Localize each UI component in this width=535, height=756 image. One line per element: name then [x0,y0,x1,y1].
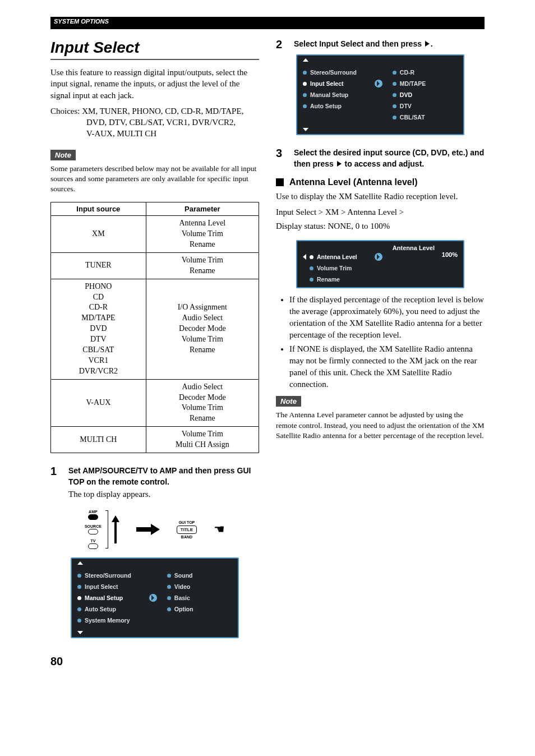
left-column: Input Select Use this feature to reassig… [50,39,259,638]
cell-source: MULTI CH [51,427,146,453]
arrow-right-icon [136,524,160,535]
cell-source: TUNER [51,252,146,279]
cell-param: Audio SelectDecoder ModeVolume TrimRenam… [146,379,259,427]
choices-line2: DVD, DTV, CBL/SAT, VCR1, DVR/VCR2, [50,117,259,128]
remote-switch-diagram: AMP SOURCE TV [85,510,119,549]
osd3-right-title: Antenna Level [393,245,458,251]
step-1-number: 1 [50,465,61,477]
osd1-left-item: Input Select [85,583,118,590]
arrow-up-icon [112,515,119,543]
osd3-left-item: Rename [317,276,340,283]
triangle-right-icon [337,161,342,167]
scroll-up-icon [303,58,308,62]
antenna-desc: Use to display the XM Satellite Radio re… [276,191,485,202]
osd2-right-item: CBL/SAT [400,114,425,121]
chevron-right-icon [375,80,382,87]
osd1-right-item: Video [174,583,190,590]
th-source: Input source [51,202,146,216]
tv-pill-icon [88,543,98,549]
osd3-left-item: Volume Trim [317,265,352,271]
bullet-list: If the displayed percentage of the recep… [276,294,485,390]
step-2-title: Select Input Select and then press . [294,39,485,50]
bullet-item: If the displayed percentage of the recep… [289,294,485,341]
osd2-left-item-selected: Input Select [310,80,344,87]
gui-top-label: GUI TOP [177,520,197,524]
osd1-right-item: Basic [174,594,190,601]
step-2: 2 Select Input Select and then press . [276,39,485,50]
osd2-right-item: CD-R [400,69,414,76]
header-bar: SYSTEM OPTIONS [50,17,485,27]
osd1-left-item-selected: Manual Setup [85,594,123,601]
note-label-2: Note [276,396,301,407]
choices-line3: V-AUX, MULTI CH [50,128,259,139]
cell-source: XM [51,216,146,253]
osd3-right-value: 100% [393,251,458,258]
bracket-icon [105,510,108,548]
note-label: Note [50,150,76,160]
parameter-table: Input source Parameter XM Antenna LevelV… [50,202,259,453]
step-3-title: Select the desired input source (CD, DVD… [294,147,485,169]
osd-screenshot-1: Stereo/Surround Input Select Manual Setu… [71,557,239,638]
table-row: PHONOCDCD-RMD/TAPEDVDDTVCBL/SATVCR1DVR/V… [51,279,259,379]
table-row: MULTI CH Volume TrimMulti CH Assign [51,427,259,453]
table-row: TUNER Volume TrimRename [51,252,259,279]
antenna-path-2: Display status: NONE, 0 to 100% [276,220,485,232]
osd1-left-item: System Memory [85,617,130,624]
note-text-2: The Antenna Level parameter cannot be ad… [276,410,485,441]
source-pill-icon [88,529,98,534]
scroll-down-icon [77,631,83,634]
step-3: 3 Select the desired input source (CD, D… [276,147,485,169]
chevron-right-icon [375,253,382,261]
cell-param: Antenna LevelVolume TrimRename [146,216,259,253]
triangle-right-icon [425,41,430,47]
cell-source: V-AUX [51,379,146,427]
amp-pill-icon [88,514,98,520]
osd2-left-item: Auto Setup [310,103,342,109]
intro-text: Use this feature to reassign digital inp… [50,67,259,101]
antenna-path-1: Input Select > XM > Antenna Level > [276,206,485,218]
page-number: 80 [50,655,485,668]
osd1-right-item: Sound [174,572,193,579]
step-1: 1 Set AMP/SOURCE/TV to AMP and then pres… [50,465,259,499]
step-3-number: 3 [276,147,286,159]
content-columns: Input Select Use this feature to reassig… [50,39,485,638]
triangle-left-icon [303,254,306,260]
header-section-label: SYSTEM OPTIONS [54,18,109,25]
osd2-right-item: MD/TAPE [400,80,426,87]
section-title: Input Select [50,39,259,60]
table-row: XM Antenna LevelVolume TrimRename [51,216,259,253]
remote-label-tv: TV [85,539,102,549]
osd2-right-item: DTV [400,103,412,109]
right-column: 2 Select Input Select and then press . S… [276,39,485,638]
osd3-left-item-selected: Antenna Level [317,253,357,260]
cell-param: Volume TrimRename [146,252,259,279]
title-button-icon: TITLE [177,525,197,534]
osd2-left-item: Stereo/Surround [310,69,357,76]
choices-block: Choices: XM, TUNER, PHONO, CD, CD-R, MD/… [50,105,259,140]
choices-label: Choices: [50,107,80,116]
step-2-number: 2 [276,39,286,50]
step-1-title: Set AMP/SOURCE/TV to AMP and then press … [68,465,259,487]
step-1-sub: The top display appears. [68,490,259,499]
cell-param: Volume TrimMulti CH Assign [146,427,259,453]
osd-screenshot-2: Stereo/Surround Input Select Manual Setu… [296,54,464,135]
osd2-left-item: Manual Setup [310,91,348,98]
square-bullet-icon [276,178,284,186]
antenna-level-heading: Antenna Level (Antenna level) [276,177,485,187]
band-label: BAND [177,535,197,539]
remote-diagram: AMP SOURCE TV GUI TOP TITLE BAND ☚ [50,507,259,552]
note-text: Some parameters described below may not … [50,164,259,195]
th-param: Parameter [146,202,259,216]
osd2-right-item-selected: DVD [400,91,412,98]
osd1-left-item: Stereo/Surround [85,572,131,579]
osd1-right-item: Option [174,606,193,612]
page: SYSTEM OPTIONS Input Select Use this fea… [0,0,535,685]
choices-line1: XM, TUNER, PHONO, CD, CD-R, MD/TAPE, [82,107,243,116]
cell-source: PHONOCDCD-RMD/TAPEDVDDTVCBL/SATVCR1DVR/V… [51,279,146,379]
remote-label-source: SOURCE [85,524,102,534]
remote-title-button-diagram: GUI TOP TITLE BAND [177,520,197,539]
hand-pointer-icon: ☚ [214,522,225,537]
scroll-up-icon [77,561,83,565]
table-row: V-AUX Audio SelectDecoder ModeVolume Tri… [51,379,259,427]
osd-screenshot-3: Antenna Level Volume Trim Rename Antenna… [296,240,464,288]
